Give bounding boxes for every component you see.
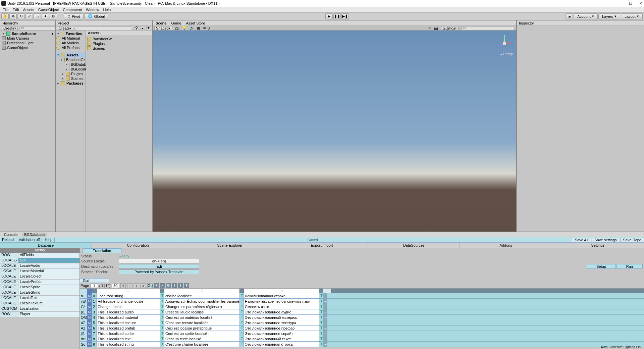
menu-edit[interactable]: Edit bbox=[13, 8, 19, 12]
m-icon[interactable]: M bbox=[87, 309, 92, 314]
console-tab[interactable]: Console bbox=[2, 233, 19, 237]
meta-name[interactable]: LocalePrefab bbox=[18, 280, 79, 285]
first-page-icon[interactable]: « bbox=[120, 283, 126, 288]
main-tab-datasources[interactable]: DataSources bbox=[368, 243, 460, 248]
hidden-icon[interactable]: 👁 0 bbox=[203, 26, 210, 30]
m-icon[interactable]: M bbox=[87, 299, 92, 304]
cell-en[interactable]: This is localized text bbox=[97, 336, 160, 341]
table-row[interactable]: QM M 4 This is localized material T⁺ Cec… bbox=[80, 315, 644, 320]
main-tab-addons[interactable]: Addons bbox=[460, 243, 552, 248]
meta-name[interactable]: LocaleTexture bbox=[18, 301, 79, 306]
table-row[interactable]: jh8 M 1 Hit Escape to change locale T⁺ A… bbox=[80, 299, 644, 304]
cell-fr[interactable]: C'est une texture localisée bbox=[164, 320, 240, 325]
hierarchy-search[interactable] bbox=[19, 26, 59, 30]
cell-fr[interactable]: C'est une chaîne localisée bbox=[164, 342, 240, 347]
rotate-tool-icon[interactable]: ↻ bbox=[17, 13, 25, 19]
step-button[interactable]: ▶❚ bbox=[341, 13, 349, 19]
run-button[interactable]: Run bbox=[616, 264, 643, 269]
translate-icon[interactable]: T⁺ bbox=[160, 293, 164, 298]
cell-en[interactable]: Change Locale bbox=[97, 304, 160, 309]
cell-en[interactable]: Hit Escape to change locale bbox=[97, 299, 160, 304]
project-tree-item[interactable]: BGLocali bbox=[71, 67, 86, 71]
last-page-icon[interactable]: » bbox=[141, 283, 146, 288]
project-search[interactable] bbox=[74, 26, 133, 30]
main-tab-settings[interactable]: Settings bbox=[552, 243, 644, 248]
service-link[interactable]: Powered by Yandex.Translate bbox=[119, 269, 199, 274]
cell-ru[interactable]: Нажмити Escape что бы сменить язык bbox=[244, 299, 319, 304]
play-button[interactable]: ▶ bbox=[325, 13, 333, 19]
project-tree-item[interactable]: Plugins bbox=[71, 72, 83, 76]
camera-icon[interactable]: 📷 bbox=[434, 26, 438, 30]
translate-icon[interactable]: T⁺ bbox=[160, 304, 164, 309]
validation-button[interactable]: Validation off bbox=[17, 238, 42, 242]
table-row[interactable]: Az M 6 This is localized prefab T⁺ Ceci … bbox=[80, 326, 644, 331]
shaded-dropdown[interactable]: Shaded ▾ bbox=[154, 26, 172, 30]
delete-row-icon[interactable]: − bbox=[323, 299, 327, 304]
frame-icon[interactable]: ✕ bbox=[428, 26, 431, 30]
cell-ru[interactable]: Сменить язык bbox=[244, 304, 319, 309]
assetstore-tab[interactable]: Asset Store bbox=[186, 21, 205, 25]
cell-en[interactable]: This is localized prefab bbox=[97, 326, 160, 331]
save-settings-button[interactable]: Save settings bbox=[592, 238, 620, 242]
meta-name[interactable]: LocaleAudio bbox=[18, 263, 79, 268]
assets-label[interactable]: Assets bbox=[66, 53, 78, 57]
hierarchy-item[interactable]: GameObject bbox=[7, 46, 28, 50]
cell-en[interactable]: This is localized string bbox=[97, 342, 160, 347]
fav-item[interactable]: All Prefabs bbox=[62, 46, 79, 50]
cell-en[interactable]: Localized string bbox=[97, 293, 160, 298]
fav-item[interactable]: All Material bbox=[62, 36, 80, 40]
favorites-label[interactable]: Favorites bbox=[66, 32, 82, 36]
close-icon[interactable]: ✕ bbox=[639, 1, 643, 6]
go-button[interactable]: Go bbox=[147, 283, 153, 288]
scene-tab[interactable]: Scene bbox=[156, 21, 166, 25]
project-item[interactable]: BansheeGz bbox=[93, 37, 112, 41]
pause-button[interactable]: ❚❚ bbox=[333, 13, 341, 19]
translation-tab[interactable]: Translation bbox=[83, 248, 121, 253]
pivot-toggle[interactable]: ⊙ Pivot bbox=[64, 13, 84, 19]
info-icon[interactable]: ! bbox=[172, 283, 177, 288]
next-page-icon[interactable]: › bbox=[134, 283, 139, 288]
col-fr[interactable]: fr bbox=[164, 289, 240, 293]
translate-icon[interactable]: T⁺ bbox=[319, 293, 323, 298]
scene-name[interactable]: SampleScene bbox=[12, 32, 36, 36]
translate-icon[interactable]: T⁺ bbox=[160, 336, 164, 341]
translate-icon[interactable]: T⁺ bbox=[240, 304, 244, 309]
translate-icon[interactable]: T⁺ bbox=[240, 293, 244, 298]
inspector-tab[interactable]: Inspector bbox=[519, 21, 534, 25]
cell-fr[interactable]: Ceci est un matériau localisé bbox=[164, 315, 240, 320]
translate-icon[interactable]: T⁺ bbox=[240, 326, 244, 331]
layout-dropdown[interactable]: Layout ▾ bbox=[621, 13, 643, 19]
delete-row-icon[interactable]: − bbox=[323, 315, 327, 320]
page-input[interactable] bbox=[91, 284, 98, 288]
m-icon[interactable]: M bbox=[87, 331, 92, 336]
translate-icon[interactable]: T⁺ bbox=[160, 342, 164, 347]
table-row[interactable]: dci M 8 This is localized text T⁺ C'est … bbox=[80, 336, 644, 342]
bgdatabase-tab[interactable]: BGDatabase bbox=[22, 233, 47, 237]
table-row[interactable]: Sg M 9 This is localized string T⁺ C'est… bbox=[80, 342, 644, 347]
translate-icon[interactable]: T⁺ bbox=[160, 315, 164, 320]
hand-tool-icon[interactable]: ✋ bbox=[1, 13, 9, 19]
gizmos-dropdown[interactable]: Gizmos ▾ bbox=[441, 26, 459, 30]
meta-name[interactable]: LocaleText bbox=[18, 296, 79, 301]
main-tab-configuration[interactable]: Configuration bbox=[92, 243, 184, 248]
layers-dropdown[interactable]: Layers ▾ bbox=[598, 13, 620, 19]
create-dropdown[interactable]: Create ▾ bbox=[57, 26, 73, 30]
hierarchy-item[interactable]: Directional Light bbox=[7, 41, 34, 45]
cloud-icon[interactable]: ☁ bbox=[566, 13, 573, 19]
fx-toggle-icon[interactable]: ▦ bbox=[197, 26, 200, 30]
light-toggle-icon[interactable]: 💡 bbox=[182, 26, 187, 30]
delete-row-icon[interactable]: − bbox=[323, 304, 327, 309]
table-row[interactable]: jIf. M 7 This is localized sprite T⁺ Cec… bbox=[80, 331, 644, 336]
translate-icon[interactable]: T⁺ bbox=[240, 299, 244, 304]
dest-locales-field[interactable]: ru,fr bbox=[119, 264, 199, 269]
cell-ru[interactable]: Это локализованная строка bbox=[244, 342, 319, 347]
cell-ru[interactable]: Локализованная строка bbox=[244, 293, 319, 298]
transform-tool-icon[interactable]: ✦ bbox=[42, 13, 49, 19]
m-icon[interactable]: M bbox=[87, 315, 92, 320]
menu-help[interactable]: Help bbox=[103, 8, 111, 12]
cell-en[interactable]: This is localized sprite bbox=[97, 331, 160, 336]
cell-ru[interactable]: Это локализованное префаб bbox=[244, 326, 319, 331]
meta-name[interactable]: Gui bbox=[18, 258, 79, 263]
setup-button[interactable]: Setup bbox=[587, 264, 616, 269]
cell-fr[interactable]: C'est de l'audio localisé bbox=[164, 309, 240, 314]
